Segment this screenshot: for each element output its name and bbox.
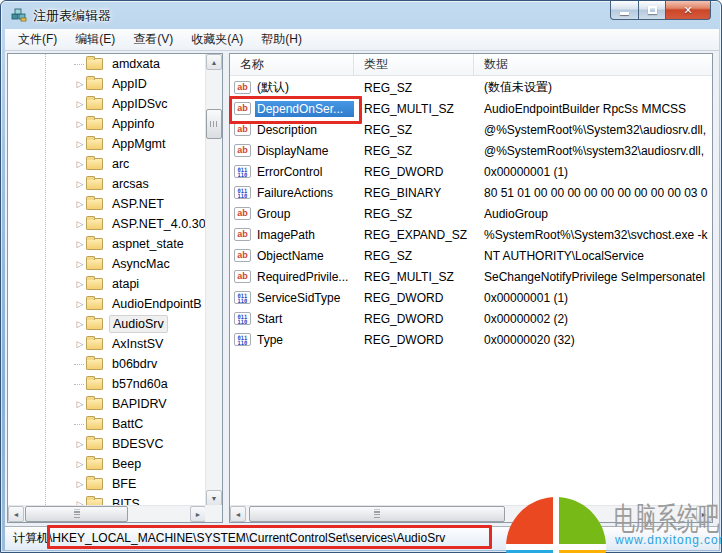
expand-arrow-icon[interactable]: ▷ (74, 479, 86, 489)
tree-item[interactable]: ▷AppMgmt (8, 134, 205, 154)
tree-item-label[interactable]: BattC (109, 416, 146, 432)
expand-arrow-icon[interactable]: ▷ (74, 139, 86, 149)
tree-vertical-scrollbar[interactable]: ▲ ▼ (205, 54, 222, 506)
maximize-button[interactable] (639, 1, 666, 20)
scroll-left-icon[interactable]: ◄ (8, 506, 24, 522)
expand-arrow-icon[interactable]: ▷ (74, 399, 86, 409)
scroll-up-icon[interactable]: ▲ (206, 54, 222, 70)
expand-arrow-icon[interactable]: ▷ (74, 259, 86, 269)
expand-arrow-icon[interactable]: ▷ (74, 199, 86, 209)
value-name[interactable]: ServiceSidType (255, 290, 354, 306)
tree-item[interactable]: ▷BITS (8, 494, 205, 505)
tree-item[interactable]: ▷arcsas (8, 174, 205, 194)
menu-item-3[interactable]: 收藏夹(A) (182, 29, 252, 50)
tree-item-label[interactable]: b57nd60a (109, 376, 171, 392)
tree-item[interactable]: ▷BDESVC (8, 434, 205, 454)
tree-item[interactable]: ▷arc (8, 154, 205, 174)
list-hscroll-thumb[interactable] (249, 506, 505, 522)
value-name[interactable]: DisplayName (255, 143, 354, 159)
registry-value-row[interactable]: abRequiredPrivile...REG_MULTI_SZSeChange… (230, 266, 712, 287)
expand-arrow-icon[interactable]: ▷ (74, 99, 86, 109)
registry-value-row[interactable]: 011110ServiceSidTypeREG_DWORD0x00000001 … (230, 287, 712, 308)
value-name[interactable]: ObjectName (255, 248, 354, 264)
registry-value-row[interactable]: abGroupREG_SZAudioGroup (230, 203, 712, 224)
tree-item-label[interactable]: arcsas (109, 176, 152, 192)
expand-arrow-icon[interactable]: ▷ (74, 239, 86, 249)
registry-value-row[interactable]: ab(默认)REG_SZ(数值未设置) (230, 77, 712, 98)
registry-value-row[interactable]: 011110ErrorControlREG_DWORD0x00000001 (1… (230, 161, 712, 182)
expand-arrow-icon[interactable]: ▷ (74, 79, 86, 89)
tree-item-label[interactable]: Appinfo (109, 116, 157, 132)
tree-hscroll-thumb[interactable] (25, 506, 128, 522)
tree-item[interactable]: ▷AudioEndpointB (8, 294, 205, 314)
expand-arrow-icon[interactable]: ▷ (74, 279, 86, 289)
tree-item-label[interactable]: BAPIDRV (109, 396, 170, 412)
tree-item[interactable]: ▷AppIDSvc (8, 94, 205, 114)
value-name[interactable]: RequiredPrivile... (255, 269, 354, 285)
tree-item[interactable]: BattC (8, 414, 205, 434)
tree-item-label[interactable]: amdxata (109, 56, 163, 72)
expand-arrow-icon[interactable]: ▷ (74, 299, 86, 309)
expand-arrow-icon[interactable]: ▷ (74, 319, 86, 329)
tree-item-label[interactable]: ASP.NET (109, 196, 167, 212)
tree-item[interactable]: ▷AsyncMac (8, 254, 205, 274)
tree-item[interactable]: ▷ASP.NET_4.0.303 (8, 214, 205, 234)
value-name[interactable]: Start (255, 311, 354, 327)
expand-arrow-icon[interactable]: ▷ (74, 339, 86, 349)
tree-item[interactable]: ▷AppID (8, 74, 205, 94)
registry-value-row[interactable]: 011110TypeREG_DWORD0x00000020 (32) (230, 329, 712, 350)
tree-item-label[interactable]: AxInstSV (109, 336, 166, 352)
expand-arrow-icon[interactable]: ▷ (74, 439, 86, 449)
tree-item-label[interactable]: AppID (109, 76, 150, 92)
tree-item[interactable]: ▷Appinfo (8, 114, 205, 134)
tree-item-label[interactable]: b06bdrv (109, 356, 160, 372)
registry-value-row[interactable]: 011110FailureActionsREG_BINARY80 51 01 0… (230, 182, 712, 203)
tree-item[interactable]: ▷AudioSrv (8, 314, 205, 334)
tree-item-label[interactable]: BFE (109, 476, 139, 492)
close-button[interactable]: ✕ (666, 1, 711, 20)
tree-item-label[interactable]: Beep (109, 456, 144, 472)
titlebar[interactable]: 注册表编辑器 ✕ (1, 1, 721, 29)
value-name[interactable]: ErrorControl (255, 164, 354, 180)
value-name[interactable]: Group (255, 206, 354, 222)
scroll-right-icon[interactable]: ► (696, 506, 712, 522)
tree-item-label[interactable]: aspnet_state (109, 236, 187, 252)
value-name[interactable]: FailureActions (255, 185, 354, 201)
tree-item[interactable]: ▷Beep (8, 454, 205, 474)
expand-arrow-icon[interactable]: ▷ (74, 159, 86, 169)
expand-arrow-icon[interactable]: ▷ (74, 459, 86, 469)
value-name[interactable]: Type (255, 332, 354, 348)
list-horizontal-scrollbar[interactable]: ◄ ► (230, 505, 712, 522)
tree-item-label[interactable]: AppMgmt (109, 136, 169, 152)
tree-item[interactable]: ▷BFE (8, 474, 205, 494)
tree-item[interactable]: ▷atapi (8, 274, 205, 294)
tree-item[interactable]: ▷aspnet_state (8, 234, 205, 254)
column-header-name[interactable]: 名称 (230, 54, 354, 76)
tree-vscroll-thumb[interactable] (206, 109, 222, 139)
tree-horizontal-scrollbar[interactable]: ◄ ► (8, 505, 206, 522)
registry-value-row[interactable]: abImagePathREG_EXPAND_SZ%SystemRoot%\Sys… (230, 224, 712, 245)
tree-item-label[interactable]: BITS (109, 496, 143, 505)
tree-item-label[interactable]: arc (109, 156, 132, 172)
menu-item-2[interactable]: 查看(V) (124, 29, 182, 50)
scroll-left-icon[interactable]: ◄ (230, 506, 246, 522)
column-header-type[interactable]: 类型 (354, 54, 474, 76)
value-name[interactable]: (默认) (255, 78, 354, 97)
tree-item[interactable]: ▷BAPIDRV (8, 394, 205, 414)
registry-value-row[interactable]: abDisplayNameREG_SZ@%SystemRoot%\system3… (230, 140, 712, 161)
tree-item-label[interactable]: atapi (109, 276, 142, 292)
tree-item-label[interactable]: BDESVC (109, 436, 166, 452)
tree-item[interactable]: ▷AxInstSV (8, 334, 205, 354)
expand-arrow-icon[interactable]: ▷ (74, 179, 86, 189)
tree-item-label[interactable]: AudioEndpointB (109, 296, 205, 312)
menu-item-0[interactable]: 文件(F) (9, 29, 66, 50)
tree-item-label[interactable]: AsyncMac (109, 256, 173, 272)
expand-arrow-icon[interactable]: ▷ (74, 119, 86, 129)
tree-item-label[interactable]: AudioSrv (109, 315, 168, 333)
tree-item[interactable]: b57nd60a (8, 374, 205, 394)
value-name[interactable]: ImagePath (255, 227, 354, 243)
menu-item-1[interactable]: 编辑(E) (66, 29, 124, 50)
registry-value-row[interactable]: abObjectNameREG_SZNT AUTHORITY\LocalServ… (230, 245, 712, 266)
expand-arrow-icon[interactable]: ▷ (74, 219, 86, 229)
tree-item[interactable]: amdxata (8, 54, 205, 74)
